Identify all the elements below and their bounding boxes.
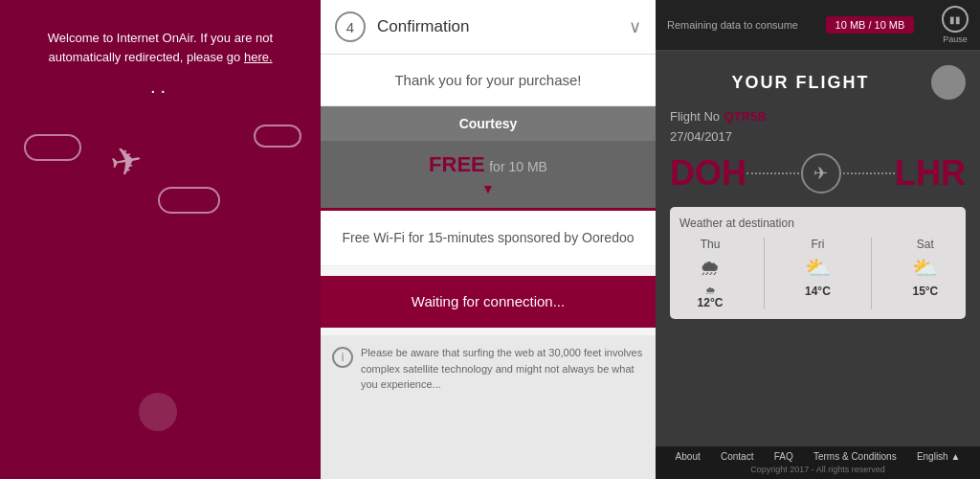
dots: .. [150, 76, 170, 98]
weather-day-thu: Thu 🌧 🌧 12°C [698, 238, 724, 309]
free-section: FREE for 10 MB ▼ [321, 141, 656, 211]
free-arrow: ▼ [332, 181, 644, 196]
chevron-down-icon: ∨ [629, 16, 641, 37]
cloud-icon [254, 125, 301, 148]
left-panel: Welcome to Internet OnAir. If you are no… [0, 0, 321, 479]
right-panel: Remaining data to consume 10 MB / 10 MB … [656, 0, 980, 479]
weather-divider-2 [871, 238, 872, 309]
data-label: Remaining data to consume [667, 19, 798, 31]
circle-decoration [139, 393, 177, 431]
here-link[interactable]: here. [244, 50, 273, 64]
footer-language[interactable]: English ▲ [917, 451, 960, 462]
free-description: for 10 MB [489, 159, 547, 174]
footer-copyright: Copyright 2017 - All rights reserved [665, 465, 970, 474]
temp-sat: 15°C [912, 285, 938, 298]
cloudy-sun-icon: ⛅ [912, 256, 938, 281]
info-icon: i [332, 347, 353, 368]
thank-you-section: Thank you for your purchase! [321, 55, 656, 106]
courtesy-label: Courtesy [459, 116, 518, 131]
flight-no-label: Flight No [670, 109, 720, 124]
step-circle: 4 [335, 11, 366, 42]
courtesy-bar: Courtesy [321, 106, 656, 141]
weather-section: Weather at destination Thu 🌧 🌧 12°C Fri … [670, 207, 966, 319]
cloud-icon [158, 187, 220, 214]
cloudy-icon: ⛅ [805, 256, 831, 281]
day-fri: Fri [811, 238, 824, 251]
waiting-text: Waiting for connection... [412, 293, 565, 309]
plane-circle-icon: ✈ [801, 153, 841, 194]
flight-info: Flight No QTR5B [670, 107, 966, 125]
footer-terms[interactable]: Terms & Conditions [813, 451, 897, 462]
footer-faq[interactable]: FAQ [774, 451, 793, 462]
pause-label: Pause [943, 34, 968, 44]
your-flight-header: YOUR FLIGHT [670, 65, 966, 100]
route-line: ✈ [746, 153, 895, 194]
info-text: Please be aware that surfing the web at … [361, 345, 644, 393]
sponsored-section: Free Wi-Fi for 15-minutes sponsored by O… [321, 211, 656, 266]
pause-control: ▮▮ Pause [942, 6, 969, 44]
flight-main: YOUR FLIGHT Flight No QTR5B 27/04/2017 D… [656, 51, 980, 446]
rain-icon: 🌧 [700, 256, 721, 281]
info-section: i Please be aware that surfing the web a… [321, 335, 656, 479]
footer-links: About Contact FAQ Terms & Conditions Eng… [665, 451, 970, 462]
pause-button[interactable]: ▮▮ [942, 6, 969, 33]
confirmation-header: 4 Confirmation ∨ [321, 0, 656, 55]
confirmation-title: Confirmation [377, 17, 629, 36]
flight-no-value: QTR5B [724, 109, 766, 124]
waiting-section: Waiting for connection... [321, 276, 656, 328]
data-amount: 10 MB / 10 MB [826, 16, 915, 34]
day-sat: Sat [917, 238, 934, 251]
middle-panel: 4 Confirmation ∨ Thank you for your purc… [321, 0, 656, 479]
temp-thu: 12°C [698, 296, 724, 309]
weather-day-sat: Sat ⛅ 15°C [912, 238, 938, 309]
your-flight-title: YOUR FLIGHT [670, 73, 931, 93]
camera-icon [931, 65, 966, 100]
footer-about[interactable]: About [676, 451, 701, 462]
thank-you-text: Thank you for your purchase! [335, 72, 641, 88]
plane-icon: ✈ [106, 136, 145, 185]
weather-title: Weather at destination [679, 217, 956, 230]
footer-contact[interactable]: Contact [721, 451, 753, 462]
welcome-text: Welcome to Internet OnAir. If you are no… [19, 29, 301, 66]
origin-airport: DOH [670, 153, 746, 194]
weather-days: Thu 🌧 🌧 12°C Fri ⛅ 14°C Sat ⛅ 15°C [679, 238, 956, 309]
footer: About Contact FAQ Terms & Conditions Eng… [656, 446, 980, 479]
flight-date: 27/04/2017 [670, 129, 966, 144]
data-bar: Remaining data to consume 10 MB / 10 MB … [656, 0, 980, 51]
cloud-icon [24, 134, 81, 161]
temp-fri: 14°C [805, 285, 831, 298]
sponsored-text: Free Wi-Fi for 15-minutes sponsored by O… [340, 228, 636, 248]
free-text: FREE [429, 152, 485, 176]
weather-divider [764, 238, 765, 309]
weather-day-fri: Fri ⛅ 14°C [805, 238, 831, 309]
destination-airport: LHR [895, 153, 966, 194]
day-thu: Thu [701, 238, 721, 251]
flight-route: DOH ✈ LHR [670, 153, 966, 194]
